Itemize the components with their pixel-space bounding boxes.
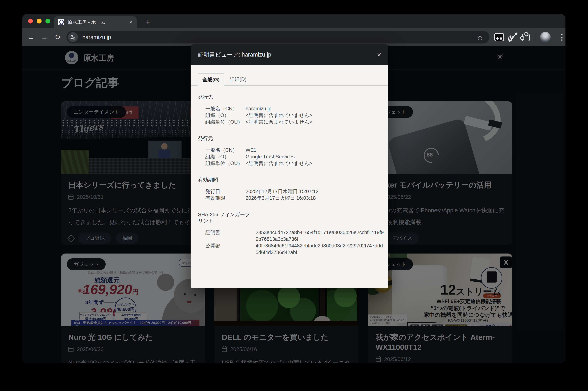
field-value: Google Trust Services xyxy=(246,153,384,160)
zoom-window-button[interactable] xyxy=(45,19,50,23)
tab-title: 原水工房 - ホーム xyxy=(68,19,129,25)
url-text[interactable]: haramizu.jp xyxy=(82,34,111,40)
fingerprint-value: 40fe86846c61f94482ebfade2d860d03d2e22970… xyxy=(256,242,384,256)
section-issued-by: 発行元 一般名（CN）WE1 組織（O）Google Trust Service… xyxy=(198,135,384,167)
dialog-tabs: 全般(G) 詳細(D) xyxy=(191,73,388,86)
field-value: WE1 xyxy=(246,147,384,153)
forward-icon[interactable]: → xyxy=(38,28,50,46)
browser-toolbar: ← → ↻ haramizu.jp ☆ xyxy=(22,28,566,46)
field-label: 組織単位（OU） xyxy=(198,160,246,167)
tab-close-icon[interactable]: × xyxy=(129,19,133,25)
pen-slash-extension-icon[interactable] xyxy=(508,32,518,42)
section-issued-to: 発行先 一般名（CN）haramizu.jp 組織（O）<証明書に含まれていませ… xyxy=(198,94,384,125)
tab-search-extension-icon[interactable] xyxy=(494,33,504,41)
close-window-button[interactable] xyxy=(28,19,33,23)
tab-strip: 原水工房 - ホーム × + xyxy=(22,14,566,28)
address-bar[interactable]: haramizu.jp ☆ xyxy=(67,31,489,43)
tab-details[interactable]: 詳細(D) xyxy=(224,73,252,85)
section-fingerprints: SHA-256 フィンガープリント 証明書2853e4c6d4727a8b416… xyxy=(198,211,384,256)
field-value: haramizu.jp xyxy=(246,105,384,112)
toolbar-divider xyxy=(536,33,536,41)
back-icon[interactable]: ← xyxy=(25,28,37,46)
dialog-close-icon[interactable]: × xyxy=(377,51,381,58)
browser-tab[interactable]: 原水工房 - ホーム × xyxy=(54,16,137,28)
section-heading: SHA-256 フィンガープリント xyxy=(198,211,253,224)
field-label: 組織（O） xyxy=(198,153,246,160)
field-label: 公開鍵 xyxy=(198,242,256,256)
browser-window: 原水工房 - ホーム × + ← → ↻ haramizu.jp ☆ 原水工房 … xyxy=(22,14,566,363)
section-heading: 有効期間 xyxy=(198,177,384,183)
field-value: 2026年3月17日火曜日 16:03:18 xyxy=(246,195,384,201)
new-tab-button[interactable]: + xyxy=(143,17,153,27)
certificate-viewer-dialog: 証明書ビューア: haramizu.jp × 全般(G) 詳細(D) 発行先 一… xyxy=(191,44,388,288)
field-label: 組織（O） xyxy=(198,112,246,119)
browser-menu-icon[interactable] xyxy=(557,33,566,42)
dialog-content: 発行先 一般名（CN）haramizu.jp 組織（O）<証明書に含まれていませ… xyxy=(191,86,388,256)
field-value: 2025年12月17日水曜日 15:07:12 xyxy=(246,188,384,195)
section-heading: 発行元 xyxy=(198,135,384,142)
section-heading: 発行先 xyxy=(198,94,384,100)
tab-general[interactable]: 全般(G) xyxy=(198,73,224,86)
field-label: 一般名（CN） xyxy=(198,105,246,112)
bookmark-star-icon[interactable]: ☆ xyxy=(477,33,483,42)
fingerprint-value: 2853e4c6d4727a8b41654f1d171ea3030b26e2cc… xyxy=(256,229,384,242)
profile-avatar[interactable] xyxy=(540,32,551,42)
field-label: 一般名（CN） xyxy=(198,147,246,153)
dialog-header: 証明書ビューア: haramizu.jp × xyxy=(191,44,388,65)
section-validity: 有効期間 発行日2025年12月17日水曜日 15:07:12 有効期限2026… xyxy=(198,177,384,201)
site-settings-icon[interactable] xyxy=(68,32,78,42)
minimize-window-button[interactable] xyxy=(37,19,42,23)
field-label: 組織単位（OU） xyxy=(198,119,246,125)
field-value: <証明書に含まれていません> xyxy=(246,119,384,125)
dialog-title: 証明書ビューア: haramizu.jp xyxy=(198,51,271,59)
field-label: 発行日 xyxy=(198,188,246,195)
field-value: <証明書に含まれていません> xyxy=(246,112,384,119)
extensions-puzzle-icon[interactable] xyxy=(522,34,530,41)
field-label: 有効期限 xyxy=(198,195,246,201)
field-label: 証明書 xyxy=(198,229,256,242)
reload-icon[interactable]: ↻ xyxy=(52,28,64,46)
window-controls xyxy=(28,19,50,23)
site-favicon-icon xyxy=(58,19,64,25)
field-value: <証明書に含まれていません> xyxy=(246,160,384,167)
